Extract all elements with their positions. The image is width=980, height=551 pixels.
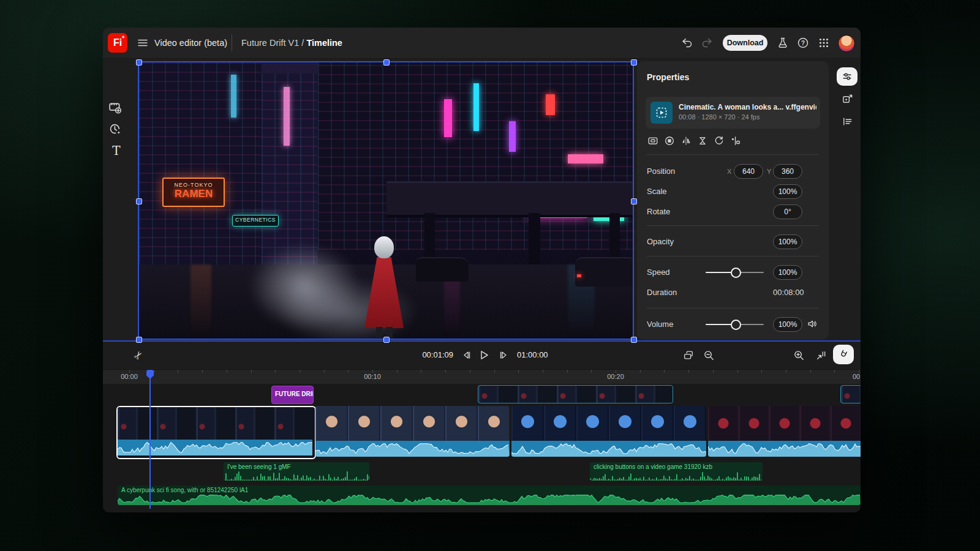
- ruler-tick: [518, 370, 519, 373]
- fit-frame-button[interactable]: [647, 135, 659, 147]
- properties-tab-button[interactable]: [837, 67, 858, 86]
- ruler-tick: [543, 370, 543, 373]
- clip-card[interactable]: Cinematic. A woman looks a... v.ffgenvid…: [646, 97, 820, 129]
- opacity-field[interactable]: [773, 234, 802, 249]
- text-tool-button[interactable]: T: [110, 144, 123, 157]
- video-clip-1-selected[interactable]: [116, 406, 316, 459]
- user-avatar[interactable]: [838, 35, 855, 52]
- video-clip-3[interactable]: [511, 406, 706, 457]
- position-x-field[interactable]: [734, 164, 763, 179]
- sfx-clip-1[interactable]: I've been seeing 1 gMF: [224, 462, 369, 481]
- clip-meta: 00:08 · 1280 × 720 · 24 fps: [679, 113, 760, 121]
- ruler-tick: [300, 370, 300, 373]
- rotate-clip-button[interactable]: [713, 135, 725, 147]
- queue-tab-button[interactable]: [841, 115, 853, 127]
- volume-label: Volume: [647, 320, 673, 329]
- volume-field[interactable]: [773, 317, 802, 332]
- step-back-button[interactable]: [458, 347, 475, 364]
- sfx-clip-2-waveform: [590, 471, 763, 481]
- snap-magnet-button[interactable]: [833, 345, 854, 364]
- volume-slider-thumb[interactable]: [731, 320, 741, 330]
- download-button[interactable]: Download: [723, 35, 767, 51]
- cybernetics-sign-text: CYBERNETICS: [233, 217, 278, 223]
- redo-icon: [701, 37, 714, 49]
- step-forward-button[interactable]: [495, 347, 512, 364]
- hamburger-menu-button[interactable]: [136, 36, 149, 50]
- video-clip-3-audio-waveform: [511, 441, 706, 457]
- selection-handle-top-left[interactable]: [136, 59, 142, 66]
- divider: [647, 225, 819, 226]
- sfx-clip-2[interactable]: clicking buttons on a video game 31920 k…: [590, 462, 763, 481]
- labs-button[interactable]: [776, 36, 790, 50]
- ramen-sign-main-text: RAMEN: [164, 188, 224, 200]
- zoom-out-icon: [703, 350, 715, 361]
- zoom-in-button[interactable]: [790, 347, 807, 364]
- selection-handle-top-right[interactable]: [631, 59, 637, 66]
- flip-horizontal-button[interactable]: [680, 135, 692, 147]
- redo-button[interactable]: [701, 36, 714, 50]
- ruler-tick: [251, 370, 252, 373]
- firefly-logo[interactable]: Fi ✦: [108, 33, 127, 53]
- selection-handle-mid-right[interactable]: [631, 198, 637, 204]
- align-button[interactable]: [729, 135, 742, 147]
- add-media-button[interactable]: [108, 101, 122, 114]
- apps-button[interactable]: [817, 36, 831, 50]
- mask-button[interactable]: [663, 135, 676, 147]
- export-tab-button[interactable]: [841, 93, 853, 105]
- title-clip-label: FUTURE DRIF: [272, 386, 313, 397]
- ruler-tick: [786, 370, 786, 373]
- ruler-tick: [713, 370, 714, 373]
- ruler-tick: [737, 370, 738, 373]
- video-clip-4[interactable]: [708, 406, 861, 457]
- ruler-tick: [421, 370, 421, 373]
- render-queue-icon: [842, 116, 853, 127]
- scale-field[interactable]: [773, 184, 802, 199]
- music-clip[interactable]: A cyberpunk sci fi song, with or 8512422…: [118, 485, 861, 505]
- selection-handle-bottom-right[interactable]: [631, 337, 637, 343]
- video-clip-1-audio-waveform: [118, 440, 312, 455]
- text-tool-icon: T: [112, 144, 120, 157]
- volume-slider[interactable]: [706, 324, 764, 325]
- timeline-ruler[interactable]: 00:00 00:10 00:20 00: [103, 369, 861, 385]
- properties-title: Properties: [647, 72, 689, 82]
- zoom-out-button[interactable]: [700, 347, 717, 364]
- generate-button[interactable]: [108, 122, 122, 136]
- sfx-clip-1-waveform: [224, 471, 369, 481]
- ruler-tick: [761, 370, 762, 373]
- speed-slider-thumb[interactable]: [731, 268, 741, 278]
- rotate-field[interactable]: [773, 204, 802, 219]
- undo-button[interactable]: [680, 36, 693, 50]
- logo-text: Fi: [113, 37, 122, 48]
- reverse-clip-button[interactable]: [696, 135, 709, 147]
- speed-field[interactable]: [773, 265, 802, 280]
- step-back-icon: [461, 350, 472, 361]
- ruler-tick: [591, 370, 592, 373]
- play-button[interactable]: [475, 347, 492, 364]
- speed-slider[interactable]: [706, 272, 764, 273]
- trim-playhead-button[interactable]: [812, 347, 829, 364]
- overpass-bridge: [386, 181, 633, 217]
- overlay-video-clip-partial[interactable]: [840, 385, 861, 403]
- position-x-label: X: [727, 168, 731, 175]
- ruler-label-20: 00:20: [607, 373, 624, 380]
- selection-handle-mid-left[interactable]: [136, 198, 142, 204]
- divider: [647, 256, 819, 257]
- selection-handle-bottom-left[interactable]: [136, 337, 142, 343]
- help-button[interactable]: ?: [796, 36, 810, 50]
- position-y-field[interactable]: [773, 164, 802, 179]
- video-canvas[interactable]: NEO-TOKYO RAMEN CYBERNETICS: [138, 61, 634, 340]
- timeline-toolbar: ✂ 00:01:09 01:00:00: [103, 342, 861, 369]
- current-timecode: 00:01:09: [404, 347, 453, 364]
- split-tool-button[interactable]: ✂: [130, 347, 147, 364]
- selection-handle-bottom-center[interactable]: [383, 337, 390, 343]
- selection-handle-top-center[interactable]: [383, 59, 390, 66]
- stack-clips-button[interactable]: [680, 347, 697, 364]
- neon-sign-vertical: [284, 87, 290, 146]
- breadcrumb-project[interactable]: Future Drift V1: [241, 38, 299, 48]
- mute-button[interactable]: [806, 318, 818, 330]
- title-clip[interactable]: FUTURE DRIF: [271, 386, 314, 404]
- flask-icon: [777, 37, 789, 49]
- video-clip-2[interactable]: [315, 406, 510, 457]
- overlay-video-clip[interactable]: [478, 385, 673, 403]
- fit-frame-icon: [647, 135, 658, 146]
